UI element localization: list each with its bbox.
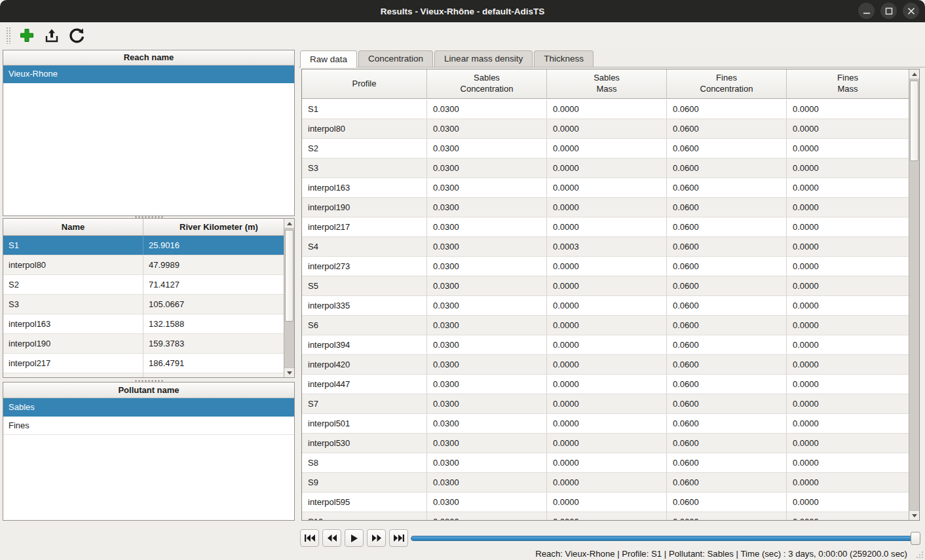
results-row-s8[interactable]: S80.03000.00000.06000.0000 (302, 453, 909, 473)
profile-cell[interactable]: interpol163 (302, 178, 427, 197)
profile-name-cell[interactable]: S3 (3, 295, 143, 314)
sables-concentration-cell[interactable]: 0.0300 (427, 453, 547, 472)
refresh-button[interactable] (68, 27, 85, 44)
sables-mass-cell[interactable]: 0.0000 (547, 217, 667, 236)
fines-mass-cell[interactable]: 0.0000 (787, 119, 909, 138)
sables-mass-cell[interactable]: 0.0000 (547, 100, 667, 119)
column-header-sables-concentration[interactable]: Sables Concentration (427, 69, 547, 98)
results-row-interpol190[interactable]: interpol1900.03000.00000.06000.0000 (302, 198, 909, 217)
profile-name-cell[interactable]: interpol80 (3, 255, 143, 274)
profile-cell[interactable]: S4 (302, 237, 427, 256)
tab-raw-data[interactable]: Raw data (300, 50, 357, 67)
profile-row-s1[interactable]: S125.9016 (3, 236, 284, 255)
sables-concentration-cell[interactable]: 0.0300 (427, 414, 547, 433)
results-row-s5[interactable]: S50.03000.00000.06000.0000 (302, 276, 909, 296)
results-row-interpol447[interactable]: interpol4470.03000.00000.06000.0000 (302, 375, 909, 394)
profile-row-interpol217[interactable]: interpol217186.4791 (3, 354, 284, 373)
fines-mass-cell[interactable]: 0.0000 (787, 335, 909, 354)
column-header-profile[interactable]: Profile (302, 69, 427, 98)
profile-cell[interactable]: S3 (302, 159, 427, 177)
scroll-down-button[interactable] (909, 510, 919, 520)
column-header-fines-concentration[interactable]: Fines Concentration (667, 69, 787, 98)
fines-mass-cell[interactable]: 0.0000 (787, 237, 909, 256)
fines-concentration-cell[interactable]: 0.0600 (667, 178, 787, 197)
results-scrollbar[interactable] (909, 69, 919, 520)
sables-mass-cell[interactable]: 0.0000 (547, 198, 667, 217)
profile-km-cell[interactable]: 47.9989 (143, 255, 284, 274)
profile-name-cell[interactable]: S4 (3, 373, 143, 377)
fines-mass-cell[interactable]: 0.0000 (787, 434, 909, 453)
profile-name-cell[interactable]: S1 (3, 236, 143, 255)
fines-mass-cell[interactable]: 0.0000 (787, 139, 909, 158)
reach-item-vieux-rhone[interactable]: Vieux-Rhone (3, 65, 294, 83)
results-row-interpol530[interactable]: interpol5300.03000.00000.06000.0000 (302, 434, 909, 453)
fines-concentration-cell[interactable]: 0.0600 (667, 473, 787, 492)
sables-concentration-cell[interactable]: 0.0300 (427, 473, 547, 492)
step-backward-button[interactable] (322, 529, 341, 547)
sables-concentration-cell[interactable]: 0.0300 (427, 493, 547, 512)
fines-mass-cell[interactable]: 0.0000 (787, 394, 909, 413)
fines-concentration-cell[interactable]: 0.0600 (667, 198, 787, 217)
profile-row-interpol163[interactable]: interpol163132.1588 (3, 314, 284, 334)
sables-concentration-cell[interactable]: 0.0300 (427, 100, 547, 119)
fines-concentration-cell[interactable]: 0.0600 (667, 493, 787, 512)
sables-mass-cell[interactable]: 0.0000 (547, 414, 667, 433)
fines-concentration-cell[interactable]: 0.0600 (667, 257, 787, 276)
scrollbar-thumb[interactable] (285, 230, 293, 322)
sables-mass-cell[interactable]: 0.0000 (547, 119, 667, 138)
sables-mass-cell[interactable]: 0.0000 (547, 178, 667, 197)
fines-concentration-cell[interactable]: 0.0600 (667, 355, 787, 374)
fines-concentration-cell[interactable]: 0.0600 (667, 159, 787, 177)
results-row-s9[interactable]: S90.03000.00000.06000.0000 (302, 473, 909, 493)
profile-km-cell[interactable]: 132.1588 (143, 314, 284, 333)
fines-concentration-cell[interactable]: 0.0600 (667, 139, 787, 158)
sables-mass-cell[interactable]: 0.0000 (547, 375, 667, 394)
sables-concentration-cell[interactable]: 0.0300 (427, 434, 547, 453)
scroll-down-button[interactable] (284, 367, 294, 377)
results-row-interpol335[interactable]: interpol3350.03000.00000.06000.0000 (302, 296, 909, 316)
skip-to-end-button[interactable] (389, 529, 408, 547)
profile-row-s3[interactable]: S3105.0667 (3, 295, 284, 314)
fines-concentration-cell[interactable]: 0.0600 (667, 276, 787, 295)
sables-mass-cell[interactable]: 0.0000 (547, 335, 667, 354)
sables-concentration-cell[interactable]: 0.0300 (427, 178, 547, 197)
step-forward-button[interactable] (367, 529, 386, 547)
profile-km-cell[interactable]: 105.0667 (143, 295, 284, 314)
results-row-interpol595[interactable]: interpol5950.03000.00000.06000.0000 (302, 493, 909, 512)
close-button[interactable] (903, 3, 919, 19)
profile-cell[interactable]: S10 (302, 512, 427, 520)
sables-concentration-cell[interactable]: 0.0300 (427, 198, 547, 217)
profile-cell[interactable]: S7 (302, 394, 427, 413)
sables-mass-cell[interactable]: 0.0000 (547, 493, 667, 512)
profile-cell[interactable]: interpol447 (302, 375, 427, 394)
profile-name-cell[interactable]: interpol190 (3, 334, 143, 353)
results-row-interpol394[interactable]: interpol3940.03000.00000.06000.0000 (302, 335, 909, 355)
fines-mass-cell[interactable]: 0.0000 (787, 296, 909, 315)
fines-mass-cell[interactable]: 0.0000 (787, 217, 909, 236)
profile-cell[interactable]: interpol530 (302, 434, 427, 453)
fines-concentration-cell[interactable]: 0.0600 (667, 453, 787, 472)
profile-cell[interactable]: interpol217 (302, 217, 427, 236)
fines-concentration-cell[interactable]: 0.0600 (667, 335, 787, 354)
results-row-s7[interactable]: S70.03000.00000.06000.0000 (302, 394, 909, 414)
tab-concentration[interactable]: Concentration (358, 50, 433, 67)
sables-concentration-cell[interactable]: 0.0300 (427, 237, 547, 256)
fines-mass-cell[interactable]: 0.0000 (787, 355, 909, 374)
profile-km-cell[interactable]: 25.9016 (143, 236, 284, 255)
profile-km-cell[interactable]: 159.3783 (143, 334, 284, 353)
time-slider-track[interactable] (411, 536, 920, 541)
sables-concentration-cell[interactable]: 0.0300 (427, 119, 547, 138)
scroll-up-button[interactable] (284, 219, 294, 229)
fines-concentration-cell[interactable]: 0.0600 (667, 394, 787, 413)
fines-concentration-cell[interactable]: 0.0600 (667, 512, 787, 520)
results-row-interpol217[interactable]: interpol2170.03000.00000.06000.0000 (302, 217, 909, 237)
skip-to-start-button[interactable] (300, 529, 319, 547)
results-row-s10[interactable]: S100.03000.00000.06000.0000 (302, 512, 909, 520)
fines-concentration-cell[interactable]: 0.0600 (667, 237, 787, 256)
profile-cell[interactable]: S6 (302, 316, 427, 335)
profile-cell[interactable]: interpol394 (302, 335, 427, 354)
profile-row-s2[interactable]: S271.4127 (3, 275, 284, 295)
play-button[interactable] (345, 529, 364, 547)
fines-mass-cell[interactable]: 0.0000 (787, 512, 909, 520)
profile-cell[interactable]: interpol190 (302, 198, 427, 217)
